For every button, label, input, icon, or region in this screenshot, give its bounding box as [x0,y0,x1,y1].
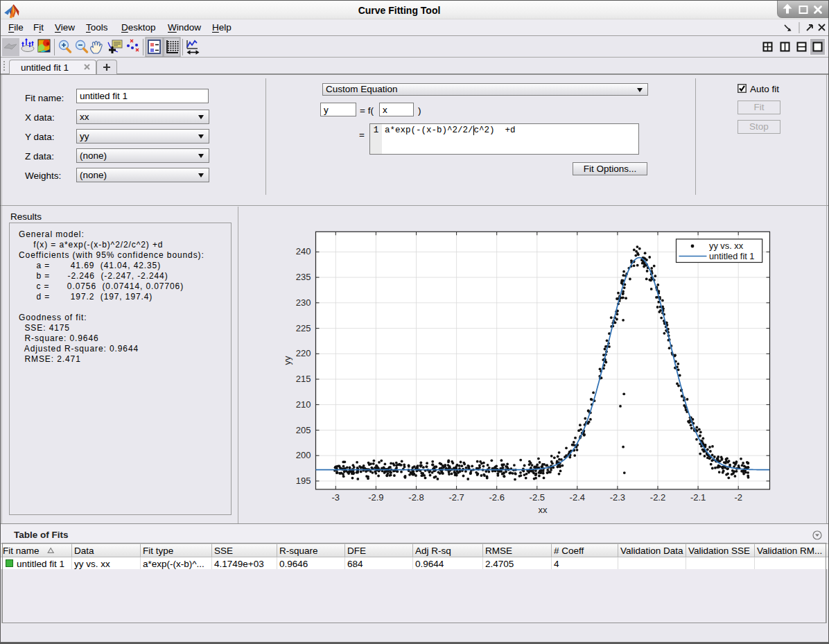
svg-text:-2: -2 [734,492,742,503]
svg-text:220: 220 [296,348,311,358]
svg-text:230: 230 [296,297,311,308]
svg-text:-2.4: -2.4 [570,492,585,503]
svg-text:205: 205 [296,425,311,435]
svg-text:yy vs. xx: yy vs. xx [709,241,744,251]
svg-text:215: 215 [296,374,311,384]
svg-text:-3: -3 [332,492,340,503]
svg-text:-2.2: -2.2 [650,492,665,503]
svg-text:-2.7: -2.7 [448,492,464,503]
svg-text:yy: yy [283,356,293,365]
svg-text:-2.1: -2.1 [690,492,706,503]
svg-text:-2.3: -2.3 [610,492,625,503]
svg-text:untitled fit 1: untitled fit 1 [709,251,754,261]
svg-text:-2.8: -2.8 [408,492,424,503]
svg-text:-2.5: -2.5 [530,492,545,503]
svg-text:235: 235 [296,272,311,282]
svg-text:210: 210 [296,399,311,410]
svg-text:240: 240 [296,246,311,256]
svg-text:200: 200 [296,450,311,460]
svg-text:xx: xx [539,505,548,515]
svg-text:-2.9: -2.9 [368,492,383,503]
svg-text:195: 195 [296,476,311,486]
svg-text:-2.6: -2.6 [489,492,504,503]
svg-text:225: 225 [296,323,311,333]
